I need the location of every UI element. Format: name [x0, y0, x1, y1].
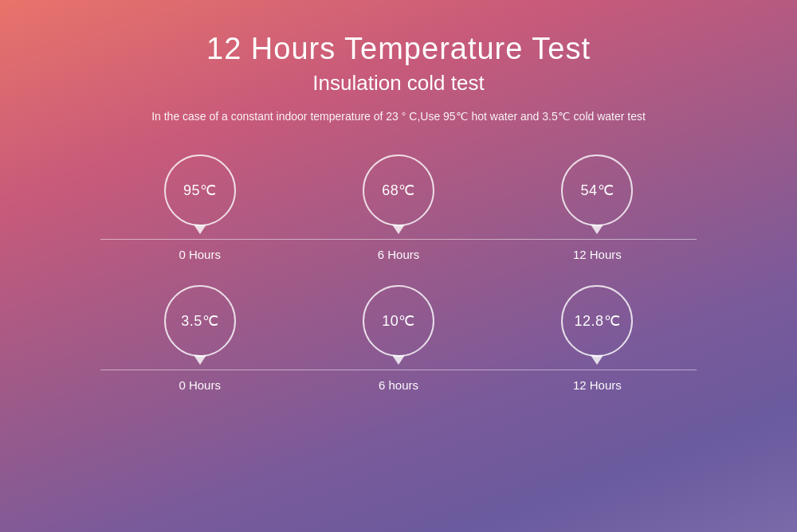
- cold-temp-1: 10℃: [382, 312, 415, 330]
- sub-title: Insulation cold test: [312, 71, 484, 96]
- cold-time-1: 6 hours: [363, 378, 434, 392]
- cold-time-2: 12 Hours: [561, 378, 633, 392]
- cold-bubble-circle-0: 3.5℃: [164, 285, 236, 357]
- cold-bubble-circle-2: 12.8℃: [561, 285, 633, 357]
- hot-bubble-circle-1: 68℃: [363, 155, 434, 226]
- cold-test-section: 3.5℃ 10℃ 12.8℃ 0 Hours 6 hours 12 Hours: [48, 285, 749, 392]
- hot-labels-row: 0 Hours 6 Hours 12 Hours: [100, 248, 697, 261]
- cold-bubble-0: 3.5℃: [164, 285, 236, 357]
- cold-bubble-1: 10℃: [363, 285, 434, 357]
- description: In the case of a constant indoor tempera…: [151, 110, 646, 123]
- cold-bubbles-row: 3.5℃ 10℃ 12.8℃: [100, 285, 697, 357]
- background: 12 Hours Temperature Test Insulation col…: [0, 0, 797, 532]
- main-title: 12 Hours Temperature Test: [206, 32, 591, 66]
- hot-time-0: 0 Hours: [164, 248, 236, 261]
- cold-bubble-circle-1: 10℃: [363, 285, 434, 357]
- cold-temp-0: 3.5℃: [181, 312, 218, 330]
- hot-temp-0: 95℃: [183, 182, 217, 199]
- hot-bubble-0: 95℃: [164, 155, 236, 226]
- hot-test-section: 95℃ 68℃ 54℃ 0 Hours 6 Hours 12 Hours: [48, 155, 749, 261]
- hot-bubble-1: 68℃: [363, 155, 434, 226]
- hot-bubble-circle-0: 95℃: [164, 155, 236, 226]
- cold-timeline-line: [100, 370, 697, 370]
- hot-bubble-circle-2: 54℃: [561, 155, 633, 226]
- hot-temp-2: 54℃: [581, 182, 614, 199]
- cold-time-0: 0 Hours: [164, 378, 236, 392]
- hot-temp-1: 68℃: [382, 182, 415, 199]
- hot-time-2: 12 Hours: [561, 248, 633, 261]
- cold-labels-row: 0 Hours 6 hours 12 Hours: [100, 378, 697, 392]
- hot-bubble-2: 54℃: [561, 155, 633, 226]
- cold-bubble-2: 12.8℃: [561, 285, 633, 357]
- hot-timeline-line: [100, 239, 697, 240]
- cold-temp-2: 12.8℃: [575, 312, 621, 330]
- hot-time-1: 6 Hours: [363, 248, 434, 261]
- hot-bubbles-row: 95℃ 68℃ 54℃: [100, 155, 697, 226]
